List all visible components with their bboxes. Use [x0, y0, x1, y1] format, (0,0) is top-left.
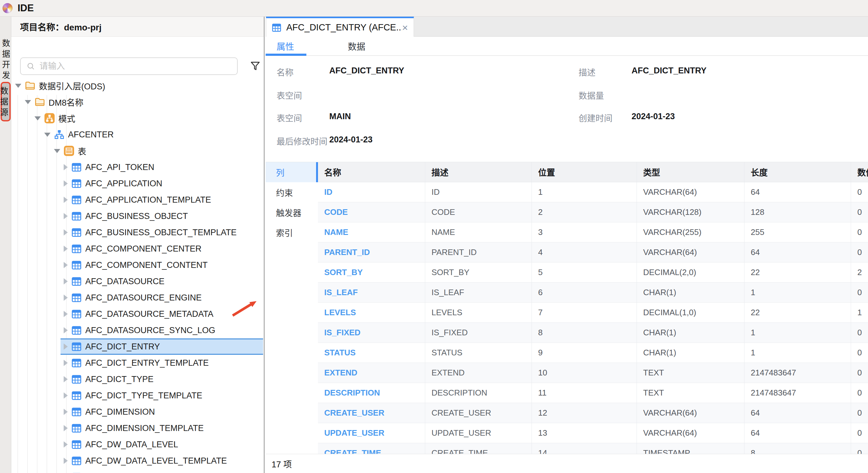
- tree-item-afcenter[interactable]: AFCENTER: [11, 126, 264, 143]
- table-blue-icon: [71, 471, 82, 473]
- column-name-link[interactable]: IS_LEAF: [318, 283, 425, 302]
- search-input[interactable]: [39, 61, 227, 71]
- chevron-right-icon[interactable]: [64, 344, 68, 350]
- chevron-right-icon[interactable]: [64, 164, 68, 170]
- side-tab-0[interactable]: 列: [266, 162, 318, 182]
- chevron-right-icon[interactable]: [64, 295, 68, 301]
- search-box[interactable]: [20, 57, 238, 75]
- column-name-link[interactable]: DESCRIPTION: [318, 383, 425, 403]
- grid-cell: 64: [744, 242, 851, 262]
- column-name-link[interactable]: PARENT_ID: [318, 242, 425, 262]
- schema-blue-icon: [54, 129, 65, 140]
- tree-item-label: AFC_DICT_ENTRY_TEMPLATE: [85, 358, 209, 368]
- table-blue-icon: [71, 357, 82, 368]
- grid-cell: IS_FIXED: [425, 323, 532, 343]
- chevron-right-icon[interactable]: [64, 278, 68, 285]
- tree-item-afc-application-template[interactable]: AFC_APPLICATION_TEMPLATE: [11, 191, 264, 208]
- tree-item-afc-business-object[interactable]: AFC_BUSINESS_OBJECT: [11, 208, 264, 224]
- grid-cell: DECIMAL(1,0): [637, 303, 744, 322]
- tree-item--ods-[interactable]: 数据引入层(ODS): [11, 78, 264, 94]
- filter-button[interactable]: [247, 58, 264, 74]
- grid-header-cell: 位置: [532, 162, 637, 182]
- chevron-down-icon[interactable]: [44, 133, 51, 137]
- tree-item-afc-dimension-template[interactable]: AFC_DIMENSION_TEMPLATE: [11, 420, 264, 436]
- tree-item-afc-business-object-template[interactable]: AFC_BUSINESS_OBJECT_TEMPLATE: [11, 224, 264, 241]
- chevron-right-icon[interactable]: [64, 311, 68, 317]
- column-name-link[interactable]: IS_FIXED: [318, 323, 425, 343]
- grid-cell: 2: [532, 202, 637, 222]
- chevron-right-icon[interactable]: [64, 409, 68, 415]
- tab-data[interactable]: 数据: [348, 37, 365, 55]
- grid-cell: 7: [532, 303, 637, 322]
- chevron-right-icon[interactable]: [64, 457, 68, 464]
- tree-item-label: AFC_DIMENSION: [85, 407, 155, 417]
- grid-cell: 2147483647: [744, 363, 851, 383]
- chevron-right-icon[interactable]: [64, 327, 68, 333]
- tree-item-afc-datasource-sync-log[interactable]: AFC_DATASOURCE_SYNC_LOG: [11, 322, 264, 338]
- chevron-right-icon[interactable]: [64, 425, 68, 431]
- schema-orange-icon: [44, 113, 55, 124]
- grid-row: STATUSSTATUS9CHAR(1)10: [318, 343, 868, 363]
- tree-item-afc-dw-data-level-template[interactable]: AFC_DW_DATA_LEVEL_TEMPLATE: [11, 453, 264, 469]
- chevron-right-icon[interactable]: [64, 392, 68, 399]
- tree-item-label: AFC_DW_DATA_LEVEL: [85, 440, 178, 449]
- document-tab-afc-dict-entry[interactable]: AFC_DICT_ENTRY (AFCE... ×: [266, 17, 414, 37]
- chevron-right-icon[interactable]: [64, 229, 68, 236]
- column-name-link[interactable]: EXTEND: [318, 363, 425, 383]
- grid-cell: NAME: [425, 223, 532, 242]
- tree-item-afc-dict-entry[interactable]: AFC_DICT_ENTRY: [11, 338, 264, 355]
- chevron-down-icon[interactable]: [15, 84, 21, 88]
- tree-item-afc-component-content[interactable]: AFC_COMPONENT_CONTENT: [11, 257, 264, 273]
- property-value: 2024-01-23: [329, 135, 373, 145]
- column-name-link[interactable]: NAME: [318, 223, 425, 242]
- tree-item-afc-dict-entry-template[interactable]: AFC_DICT_ENTRY_TEMPLATE: [11, 355, 264, 371]
- tree-item-afc-datasource-engine[interactable]: AFC_DATASOURCE_ENGINE: [11, 290, 264, 306]
- tree-item-afc-datasource[interactable]: AFC_DATASOURCE: [11, 273, 264, 290]
- grid-header-cell: 类型: [637, 162, 744, 182]
- chevron-right-icon[interactable]: [64, 197, 68, 203]
- tree-item-afc-dimension[interactable]: AFC_DIMENSION: [11, 404, 264, 420]
- tree-item-afc-application[interactable]: AFC_APPLICATION: [11, 175, 264, 191]
- tree-item-afc-employee[interactable]: AFC_EMPLOYEE: [11, 469, 264, 473]
- grid-cell: 3: [532, 223, 637, 242]
- column-name-link[interactable]: CREATE_TIME: [318, 443, 425, 454]
- column-name-link[interactable]: CREATE_USER: [318, 403, 425, 423]
- activity-tab-data-dev[interactable]: 数据开发: [0, 37, 11, 84]
- column-name-link[interactable]: SORT_BY: [318, 263, 425, 282]
- column-name-link[interactable]: STATUS: [318, 343, 425, 363]
- tree-item-afc-api-token[interactable]: AFC_API_TOKEN: [11, 159, 264, 175]
- tree-item-afc-component-center[interactable]: AFC_COMPONENT_CENTER: [11, 241, 264, 257]
- tree-item-afc-dw-data-level[interactable]: AFC_DW_DATA_LEVEL: [11, 436, 264, 453]
- property-label: 数据量: [579, 89, 604, 101]
- chevron-down-icon[interactable]: [54, 149, 60, 153]
- chevron-down-icon[interactable]: [25, 100, 31, 104]
- property-label: 名称: [277, 66, 293, 78]
- tree-item-dm8-[interactable]: DM8名称: [11, 94, 264, 110]
- chevron-right-icon[interactable]: [64, 213, 68, 219]
- side-tab-2[interactable]: 触发器: [266, 202, 318, 223]
- tree-item-afc-dict-type-template[interactable]: AFC_DICT_TYPE_TEMPLATE: [11, 387, 264, 404]
- side-tab-3[interactable]: 索引: [266, 223, 318, 242]
- chevron-right-icon[interactable]: [64, 180, 68, 187]
- tree-item-afc-datasource-metadata[interactable]: AFC_DATASOURCE_METADATA: [11, 306, 264, 322]
- column-name-link[interactable]: CODE: [318, 202, 425, 222]
- column-name-link[interactable]: LEVELS: [318, 303, 425, 322]
- column-name-link[interactable]: ID: [318, 182, 425, 202]
- tab-properties[interactable]: 属性: [277, 37, 294, 55]
- close-icon[interactable]: ×: [402, 23, 408, 33]
- chevron-right-icon[interactable]: [64, 376, 68, 382]
- activity-tab-data-source[interactable]: 数据源: [1, 82, 11, 121]
- chevron-right-icon[interactable]: [64, 441, 68, 448]
- tree-item--[interactable]: 模式: [11, 110, 264, 126]
- tree-item-afc-dict-type[interactable]: AFC_DICT_TYPE: [11, 371, 264, 387]
- chevron-right-icon[interactable]: [64, 360, 68, 366]
- tree-item-label: DM8名称: [49, 96, 84, 108]
- column-name-link[interactable]: UPDATE_USER: [318, 423, 425, 443]
- chevron-right-icon[interactable]: [64, 245, 68, 252]
- side-tab-1[interactable]: 约束: [266, 182, 318, 202]
- chevron-right-icon[interactable]: [64, 262, 68, 268]
- table-blue-icon: [71, 210, 82, 222]
- chevron-down-icon[interactable]: [34, 116, 41, 120]
- tree-item-label: AFC_BUSINESS_OBJECT: [85, 211, 188, 221]
- tree-item--[interactable]: 表: [11, 143, 264, 159]
